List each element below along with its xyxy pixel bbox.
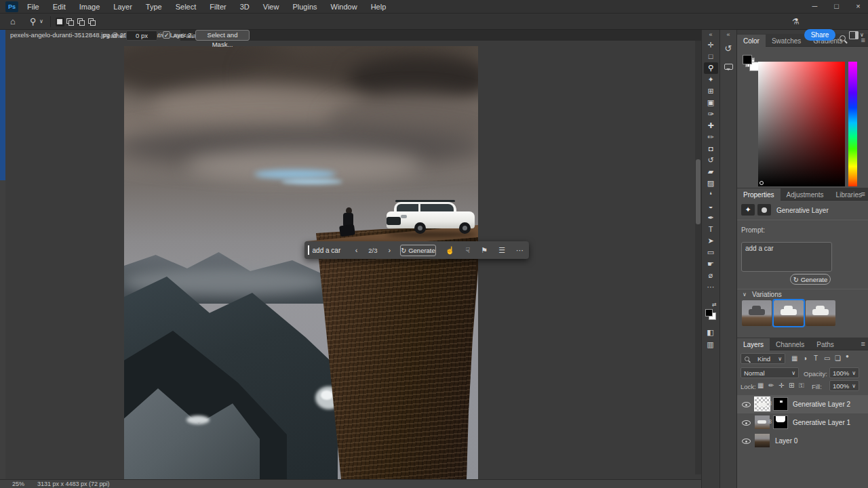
history-brush-tool[interactable]: ↺: [704, 155, 718, 166]
home-icon[interactable]: ⌂: [10, 17, 16, 26]
feather-input[interactable]: 0 px: [126, 30, 157, 41]
settings-sliders-icon[interactable]: ☰: [493, 246, 511, 255]
eraser-tool[interactable]: ▰: [704, 166, 718, 178]
expand-panels-icon[interactable]: «: [720, 30, 736, 39]
share-button[interactable]: Share: [804, 29, 835, 41]
tab-layers[interactable]: Layers: [737, 338, 770, 351]
panel-menu-icon[interactable]: ≡: [861, 190, 865, 198]
next-variation-icon[interactable]: ›: [383, 246, 397, 254]
quick-mask-button[interactable]: ◧: [703, 327, 717, 338]
pen-tool[interactable]: ✒: [704, 212, 718, 224]
anti-alias-checkbox[interactable]: ✓: [163, 31, 170, 39]
hue-strip[interactable]: [848, 62, 857, 186]
variation-thumbnail-1[interactable]: [742, 300, 772, 326]
menu-help[interactable]: Help: [364, 0, 393, 14]
layer-mask-thumbnail[interactable]: [773, 397, 788, 411]
blur-tool[interactable]: ❛: [704, 189, 718, 201]
generate-button[interactable]: ↻Generate: [400, 245, 436, 256]
variation-thumbnail-2-selected[interactable]: [774, 300, 804, 326]
variation-thumbnail-3[interactable]: [806, 300, 835, 326]
opacity-dropdown[interactable]: 100% ∨: [829, 367, 859, 378]
taskbar-prompt-input[interactable]: add a car: [313, 247, 350, 254]
menu-layer[interactable]: Layer: [106, 0, 139, 14]
lasso-tool[interactable]: ⚲: [704, 62, 718, 74]
canvas-area[interactable]: [5, 41, 701, 479]
blend-mode-dropdown[interactable]: Normal ∨: [741, 367, 799, 378]
layer-mask-thumbnail[interactable]: [773, 415, 788, 429]
lock-position-icon[interactable]: ✛: [778, 382, 784, 389]
eyedropper-tool[interactable]: ✑: [704, 108, 718, 120]
type-tool[interactable]: T: [704, 224, 718, 235]
edit-toolbar-icon[interactable]: ⋯: [704, 281, 718, 293]
quick-selection-tool[interactable]: ✦: [704, 74, 718, 85]
new-selection-mode-button[interactable]: [56, 18, 64, 26]
subtract-selection-mode-button[interactable]: [77, 18, 85, 26]
tab-properties[interactable]: Properties: [737, 188, 781, 201]
filter-pin-icon[interactable]: ●: [846, 353, 849, 359]
filter-type-layers-icon[interactable]: T: [814, 354, 818, 362]
filter-adjustment-layers-icon[interactable]: ◑: [803, 354, 807, 362]
dodge-tool[interactable]: ◒: [704, 201, 718, 212]
menu-edit[interactable]: Edit: [46, 0, 73, 14]
menu-3d[interactable]: 3D: [233, 0, 256, 14]
tab-channels[interactable]: Channels: [770, 338, 810, 351]
healing-brush-tool[interactable]: ✚: [704, 120, 718, 131]
menu-file[interactable]: File: [20, 0, 46, 14]
thumbs-down-icon[interactable]: ☟: [460, 246, 476, 255]
hand-tool[interactable]: ☛: [704, 258, 718, 270]
menu-filter[interactable]: Filter: [203, 0, 233, 14]
filter-pixel-layers-icon[interactable]: ▦: [791, 354, 797, 362]
clone-stamp-tool[interactable]: ◘: [704, 143, 718, 155]
foreground-color-chip[interactable]: [743, 55, 752, 64]
more-options-icon[interactable]: ⋯: [511, 246, 529, 255]
color-marker[interactable]: [760, 181, 764, 185]
workspace-caret-icon[interactable]: ∨: [860, 33, 864, 38]
close-button[interactable]: ×: [848, 0, 868, 14]
chevron-down-icon[interactable]: ∨: [39, 19, 43, 24]
menu-view[interactable]: View: [256, 0, 286, 14]
generative-layer-icon[interactable]: ✦: [741, 204, 755, 216]
brush-tool[interactable]: ✏: [704, 131, 718, 143]
thumbs-up-icon[interactable]: ☝: [440, 246, 460, 255]
tab-color[interactable]: Color: [737, 35, 766, 47]
tab-adjustments[interactable]: Adjustments: [781, 188, 830, 201]
scrollbar-thumb[interactable]: [696, 159, 701, 224]
canvas-image[interactable]: [124, 46, 478, 479]
intersect-selection-mode-button[interactable]: [87, 18, 96, 26]
layer-row-layer-0[interactable]: Layer 0: [737, 432, 868, 450]
add-selection-mode-button[interactable]: [66, 18, 75, 26]
crop-tool[interactable]: ⊞: [704, 85, 718, 97]
prompt-textarea[interactable]: add a car: [741, 242, 832, 272]
zoom-level[interactable]: 25%: [12, 480, 24, 488]
marquee-tool[interactable]: □: [704, 51, 718, 62]
layer-mask-icon[interactable]: [757, 204, 771, 216]
visibility-eye-icon[interactable]: [742, 402, 751, 407]
lock-all-icon[interactable]: ⚿: [799, 382, 804, 390]
foreground-color-swatch[interactable]: [705, 309, 713, 317]
lock-artboard-icon[interactable]: ⊞: [789, 382, 794, 389]
workspace-switcher-icon[interactable]: [849, 31, 859, 39]
gradient-tool[interactable]: ▨: [704, 178, 718, 189]
shape-tool[interactable]: ▭: [704, 247, 718, 258]
filter-shape-layers-icon[interactable]: ▭: [824, 354, 830, 362]
layer-thumbnail[interactable]: [755, 434, 770, 447]
visibility-eye-icon[interactable]: [742, 420, 751, 426]
tab-paths[interactable]: Paths: [810, 338, 840, 351]
screen-mode-button[interactable]: ▥: [703, 339, 717, 350]
previous-variation-icon[interactable]: ‹: [350, 246, 363, 254]
lasso-tool-options-icon[interactable]: ⚲: [30, 17, 37, 26]
saturation-brightness-box[interactable]: [758, 62, 845, 186]
path-selection-tool[interactable]: ➤: [704, 235, 718, 247]
layer-filter-kind-dropdown[interactable]: Kind ∨: [741, 353, 785, 364]
status-chevron-icon[interactable]: ›: [102, 480, 104, 488]
layer-row-generative-layer-1[interactable]: ∞ Generative Layer 1: [737, 413, 868, 432]
variations-collapse-icon[interactable]: ∨: [743, 292, 747, 298]
search-icon[interactable]: [840, 35, 846, 41]
beta-flask-icon[interactable]: ⚗: [792, 18, 800, 26]
zoom-tool[interactable]: ⌀: [704, 270, 718, 281]
foreground-background-colors[interactable]: [705, 309, 716, 320]
swap-colors-icon[interactable]: ⇄: [712, 302, 717, 308]
tab-swatches[interactable]: Swatches: [766, 35, 807, 47]
select-and-mask-button[interactable]: Select and Mask...: [195, 30, 250, 41]
history-panel-icon[interactable]: ↺: [720, 43, 736, 54]
